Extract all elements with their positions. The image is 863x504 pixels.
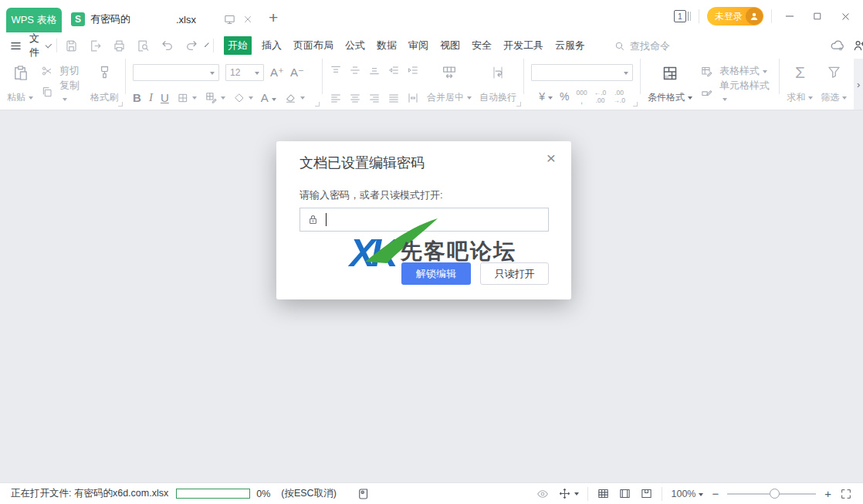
wrap-text-button[interactable]: 自动换行: [479, 64, 516, 104]
tab-page-layout[interactable]: 页面布局: [292, 36, 335, 55]
dialog-close-icon[interactable]: ×: [542, 149, 560, 167]
password-input[interactable]: [300, 208, 549, 232]
sum-button[interactable]: Σ 求和: [787, 64, 813, 104]
align-bottom-button[interactable]: [368, 64, 381, 76]
merge-center-label: 合并居中: [427, 91, 472, 104]
zoom-out-button[interactable]: −: [712, 487, 719, 500]
underline-button[interactable]: U: [161, 91, 169, 104]
tab-developer[interactable]: 开发工具: [502, 36, 545, 55]
tab-insert[interactable]: 插入: [260, 36, 283, 55]
decrease-font-button[interactable]: A⁻: [290, 66, 304, 79]
maximize-button[interactable]: [807, 6, 827, 26]
redo-button[interactable]: [184, 39, 198, 52]
fullscreen-icon[interactable]: [840, 488, 852, 500]
tab-data[interactable]: 数据: [375, 36, 398, 55]
shading-button[interactable]: [205, 91, 225, 104]
command-search-input[interactable]: [630, 40, 730, 52]
ribbon-toolbar: 粘贴 剪切 复制 格式刷 12: [0, 59, 863, 110]
minimize-button[interactable]: [780, 6, 800, 26]
hamburger-menu-icon[interactable]: [9, 39, 22, 52]
align-center-button[interactable]: [349, 92, 361, 104]
paste-button[interactable]: 粘贴: [7, 64, 33, 104]
eraser-button[interactable]: [284, 91, 305, 104]
new-tab-button[interactable]: +: [269, 9, 278, 25]
collaborate-icon[interactable]: [852, 39, 863, 52]
text-caret: [326, 213, 327, 226]
tab-view[interactable]: 视图: [438, 36, 462, 55]
align-middle-button[interactable]: [349, 64, 361, 76]
close-window-button[interactable]: [835, 6, 855, 26]
font-color-button[interactable]: A: [261, 91, 276, 104]
page-break-view-icon[interactable]: [640, 487, 653, 500]
number-format-combobox[interactable]: [531, 64, 633, 81]
tab-home[interactable]: 开始: [224, 36, 252, 55]
font-size-combobox[interactable]: 12: [225, 64, 264, 81]
decrease-indent-button[interactable]: [388, 64, 400, 76]
thousands-separator-button[interactable]: 000 ,: [577, 89, 587, 104]
align-right-button[interactable]: [368, 92, 381, 104]
lock-icon: [306, 213, 320, 226]
tab-security[interactable]: 安全: [470, 36, 493, 55]
conditional-format-button[interactable]: 条件格式: [648, 64, 692, 104]
undo-button[interactable]: [160, 39, 174, 52]
cut-label: 剪切: [59, 64, 80, 78]
increase-font-button[interactable]: A⁺: [270, 66, 284, 79]
progress-percent: 0%: [256, 489, 270, 499]
align-top-button[interactable]: [330, 64, 342, 76]
eye-protection-icon[interactable]: [536, 487, 550, 501]
export-button[interactable]: [88, 39, 103, 53]
normal-view-icon[interactable]: [597, 487, 610, 500]
paste-label: 粘贴: [7, 91, 33, 104]
merge-cells-icon: [441, 64, 458, 81]
print-preview-button[interactable]: [136, 39, 151, 53]
page-layout-view-icon[interactable]: [618, 487, 631, 500]
tab-close-icon[interactable]: [242, 14, 253, 25]
bold-button[interactable]: B: [133, 91, 141, 104]
zoom-level-dropdown[interactable]: 100%: [671, 489, 703, 499]
alignment-group: 合并居中 自动换行: [323, 59, 523, 110]
print-button[interactable]: [112, 39, 127, 53]
font-name-combobox[interactable]: [133, 64, 219, 81]
copy-button[interactable]: 复制: [41, 79, 83, 104]
ribbon-expand-button[interactable]: ›: [854, 59, 863, 110]
decrease-decimal-button[interactable]: ←.0 .00: [594, 89, 607, 104]
tab-formulas[interactable]: 公式: [344, 36, 367, 55]
zoom-in-button[interactable]: +: [824, 487, 831, 500]
filter-button[interactable]: 筛选: [821, 64, 847, 104]
increase-decimal-button[interactable]: .00 →.0: [613, 89, 625, 104]
borders-button[interactable]: [177, 92, 197, 104]
zoom-slider[interactable]: [727, 493, 816, 495]
cloud-sync-off-icon[interactable]: [830, 38, 845, 53]
open-readonly-button[interactable]: 只读打开: [480, 262, 549, 285]
fill-color-button[interactable]: [233, 92, 253, 104]
cut-button[interactable]: 剪切: [41, 64, 83, 78]
tab-preview-monitor-icon[interactable]: [223, 13, 236, 26]
unlock-edit-button[interactable]: 解锁编辑: [401, 262, 471, 285]
quick-access-customize-chevron[interactable]: [205, 42, 209, 47]
macro-record-icon[interactable]: [357, 487, 371, 501]
increase-indent-button[interactable]: [407, 64, 419, 76]
percent-format-button[interactable]: %: [560, 90, 569, 103]
tab-review[interactable]: 审阅: [407, 36, 430, 55]
window-manager-button[interactable]: 1: [674, 10, 691, 22]
ribbon-tabs: 开始 插入 页面布局 公式 数据 审阅 视图 安全 开发工具 云服务: [224, 36, 587, 55]
save-button[interactable]: [64, 39, 79, 53]
merge-center-button[interactable]: 合并居中: [427, 64, 472, 104]
justify-button[interactable]: [388, 92, 400, 104]
italic-button[interactable]: I: [149, 91, 153, 104]
wrap-text-label: 自动换行: [479, 91, 516, 104]
zoom-slider-thumb[interactable]: [770, 489, 780, 499]
pan-mode-icon[interactable]: [558, 487, 579, 500]
table-style-button[interactable]: 表格样式: [700, 64, 772, 78]
currency-format-button[interactable]: ¥: [539, 90, 553, 103]
file-menu-button[interactable]: 文件: [29, 32, 49, 59]
app-home-tab[interactable]: WPS 表格: [6, 8, 62, 32]
command-search[interactable]: [614, 40, 730, 52]
cell-style-button[interactable]: 单元格样式: [700, 79, 772, 104]
login-button[interactable]: 未登录: [707, 7, 763, 25]
tab-cloud[interactable]: 云服务: [553, 36, 587, 55]
distribute-button[interactable]: [407, 92, 419, 104]
format-painter-button[interactable]: 格式刷: [90, 64, 118, 104]
document-tab[interactable]: S 有密码的 .xlsx: [65, 6, 259, 32]
align-left-button[interactable]: [330, 92, 342, 104]
